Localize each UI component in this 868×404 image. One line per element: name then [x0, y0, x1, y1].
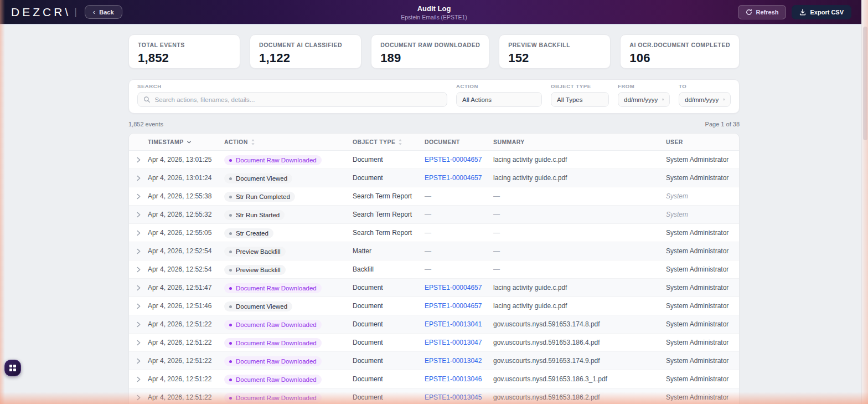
row-expand-button[interactable] [129, 340, 148, 346]
row-user: System Administrator [666, 339, 739, 346]
row-user: System Administrator [666, 375, 739, 383]
table-row: Apr 4, 2026, 12:52:54 Preview Backfill B… [129, 260, 739, 279]
column-header-object-type[interactable]: OBJECT TYPE [353, 139, 425, 145]
vertical-scrollbar-thumb[interactable] [863, 27, 867, 140]
row-timestamp: Apr 4, 2026, 13:01:25 [148, 156, 224, 163]
row-expand-button[interactable] [129, 248, 148, 254]
chevron-right-icon [136, 267, 141, 273]
row-document-link[interactable]: EPSTE1-00004657 [425, 174, 493, 182]
column-header-user[interactable]: USER [666, 139, 739, 145]
row-timestamp: Apr 4, 2026, 12:51:46 [148, 302, 224, 310]
row-expand-button[interactable] [129, 376, 148, 382]
row-object-type: Search Term Report [353, 229, 425, 237]
object-type-filter-select[interactable]: All Types [551, 92, 609, 107]
refresh-button[interactable]: Refresh [738, 5, 787, 19]
column-header-summary[interactable]: SUMMARY [493, 139, 666, 145]
row-object-type: Document [353, 320, 425, 328]
row-user: System Administrator [666, 357, 739, 365]
row-action-cell: Preview Backfill [224, 264, 353, 275]
column-header-label: DOCUMENT [425, 139, 460, 145]
row-action-cell: Preview Backfill [224, 246, 353, 257]
chevron-right-icon [136, 376, 141, 382]
row-object-type: Document [353, 339, 425, 346]
to-date-input[interactable]: dd/mm/yyyy [679, 92, 731, 107]
stat-card-value: 152 [508, 51, 601, 65]
row-timestamp: Apr 4, 2026, 12:51:22 [148, 320, 224, 328]
column-header-label: OBJECT TYPE [353, 139, 395, 145]
row-document-link[interactable]: EPSTE1-00013042 [425, 357, 493, 365]
row-document-link[interactable]: EPSTE1-00013045 [425, 393, 493, 401]
stat-card: AI OCR.DOCUMENT COMPLETED 106 [620, 34, 740, 69]
column-header-timestamp[interactable]: TIMESTAMP [148, 139, 224, 145]
from-date-input[interactable]: dd/mm/yyyy [618, 92, 670, 107]
app-logo: DEZCR\ [11, 6, 71, 19]
app-header: DEZCR\ | ‹ Back Audit Log Epstein Emails… [0, 0, 868, 24]
row-document-link[interactable]: EPSTE1-00004657 [425, 302, 493, 310]
back-button[interactable]: ‹ Back [85, 5, 122, 19]
row-expand-button[interactable] [129, 175, 148, 181]
export-csv-label: Export CSV [810, 9, 844, 16]
brand-divider: | [74, 6, 77, 18]
row-document-link[interactable]: EPSTE1-00013041 [425, 320, 493, 328]
app-launcher-button[interactable] [4, 360, 21, 376]
action-filter-select[interactable]: All Actions [456, 92, 542, 107]
action-filter-group: ACTION All Actions [456, 83, 542, 107]
action-badge-label: Document Viewed [236, 303, 287, 310]
table-row: Apr 4, 2026, 12:55:32 Str Run Started Se… [129, 206, 739, 224]
row-action-cell: Document Raw Downloaded [224, 154, 353, 166]
calendar-icon [723, 96, 725, 103]
row-expand-button[interactable] [129, 212, 148, 218]
row-expand-button[interactable] [129, 193, 148, 200]
row-timestamp: Apr 4, 2026, 12:51:47 [148, 284, 224, 292]
row-expand-button[interactable] [129, 321, 148, 328]
row-document-link: — [425, 229, 493, 237]
table-row: Apr 4, 2026, 12:51:46 Document Viewed Do… [129, 297, 739, 315]
row-document-link[interactable]: EPSTE1-00004657 [425, 284, 493, 292]
row-document-link: — [425, 247, 493, 255]
row-document-link[interactable]: EPSTE1-00013047 [425, 339, 493, 346]
header-title-block: Audit Log Epstein Emails (EPSTE1) [401, 4, 467, 20]
stat-card-value: 189 [380, 51, 480, 65]
vertical-scrollbar-track[interactable] [861, 0, 868, 404]
action-status-dot [229, 360, 232, 363]
row-summary: — [493, 265, 666, 273]
row-expand-button[interactable] [129, 230, 148, 236]
search-field-group: SEARCH [137, 83, 447, 107]
search-box [137, 92, 447, 107]
row-object-type: Document [353, 302, 425, 310]
row-expand-button[interactable] [129, 267, 148, 273]
from-date-group: FROM dd/mm/yyyy [618, 83, 670, 107]
action-status-dot [229, 324, 232, 326]
row-summary: lacing activity guide.c.pdf [493, 174, 666, 182]
object-type-filter-label: OBJECT TYPE [551, 83, 609, 89]
row-object-type: Matter [353, 247, 425, 255]
row-document-link[interactable]: EPSTE1-00013046 [425, 375, 493, 383]
row-expand-button[interactable] [129, 395, 148, 401]
table-meta-row: 1,852 events Page 1 of 38 [128, 121, 740, 127]
table-row: Apr 4, 2026, 12:51:22 Document Raw Downl… [129, 370, 739, 388]
to-date-group: TO dd/mm/yyyy [679, 83, 731, 107]
calendar-icon [662, 96, 664, 103]
row-action-cell: Str Run Started [224, 209, 353, 221]
row-object-type: Document [353, 284, 425, 292]
column-header-label: TIMESTAMP [148, 139, 184, 145]
row-summary: gov.uscourts.nysd.591653.186.3_1.pdf [493, 375, 666, 383]
search-input[interactable] [155, 96, 442, 103]
row-action-cell: Document Viewed [224, 172, 353, 184]
row-action-cell: Document Raw Downloaded [224, 355, 353, 367]
row-expand-button[interactable] [129, 285, 148, 291]
row-expand-button[interactable] [129, 358, 148, 364]
row-timestamp: Apr 4, 2026, 12:55:38 [148, 192, 224, 200]
table-row: Apr 4, 2026, 12:51:22 Document Raw Downl… [129, 315, 739, 334]
row-expand-button[interactable] [129, 303, 148, 309]
action-badge: Document Raw Downloaded [224, 155, 322, 165]
export-csv-button[interactable]: Export CSV [792, 5, 851, 19]
row-user: System Administrator [666, 174, 739, 182]
stat-card: DOCUMENT AI CLASSIFIED 1,122 [250, 34, 361, 69]
column-header-action[interactable]: ACTION [224, 139, 353, 145]
row-document-link[interactable]: EPSTE1-00004657 [425, 156, 493, 163]
chevron-right-icon [136, 175, 141, 181]
action-status-dot [229, 379, 232, 381]
row-expand-button[interactable] [129, 157, 148, 163]
column-header-document[interactable]: DOCUMENT [425, 139, 493, 145]
